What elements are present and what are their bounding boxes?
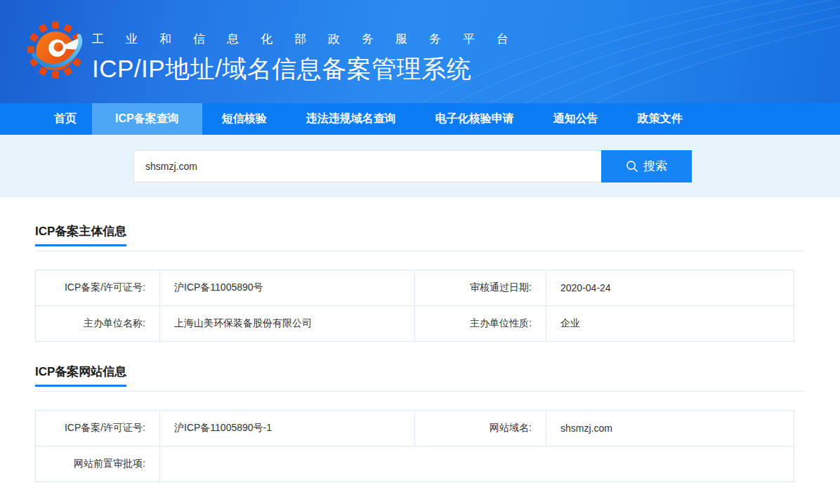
nav-item-notices[interactable]: 通知公告 (534, 103, 618, 135)
field-label: 网站前置审批项: (36, 446, 160, 482)
main-nav: 首页 ICP备案查询 短信核验 违法违规域名查询 电子化核验申请 通知公告 政策… (0, 103, 840, 135)
website-section-head: ICP备案网站信息 (35, 364, 805, 392)
field-label: ICP备案/许可证号: (36, 411, 160, 446)
nav-item-home[interactable]: 首页 (39, 103, 92, 135)
table-row: ICP备案/许可证号: 沪ICP备11005890号 审核通过日期: 2020-… (36, 270, 794, 306)
field-value (160, 446, 794, 482)
field-label: 主办单位性质: (415, 306, 546, 342)
website-section-title: ICP备案网站信息 (35, 364, 126, 387)
field-label: ICP备案/许可证号: (36, 270, 160, 306)
field-label: 审核通过日期: (415, 270, 546, 306)
table-row: ICP备案/许可证号: 沪ICP备11005890号-1 网站域名: shsmz… (36, 411, 794, 446)
system-title: ICP/IP地址/域名信息备案管理系统 (92, 53, 530, 86)
search-input[interactable] (133, 150, 601, 183)
nav-item-e-verify-apply[interactable]: 电子化核验申请 (416, 103, 534, 135)
field-label: 网站域名: (415, 411, 546, 446)
search-button[interactable]: 搜索 (601, 150, 692, 183)
miit-gear-e-logo-icon (27, 21, 84, 79)
nav-item-policy-files[interactable]: 政策文件 (618, 103, 702, 135)
subject-info-table: ICP备案/许可证号: 沪ICP备11005890号 审核通过日期: 2020-… (35, 270, 794, 342)
nav-item-sms-verify[interactable]: 短信核验 (202, 103, 287, 135)
magnifier-icon (626, 160, 638, 173)
header-banner: 工业和信息化部政务服务平台 ICP/IP地址/域名信息备案管理系统 (0, 0, 840, 103)
subject-section-head: ICP备案主体信息 (35, 223, 805, 251)
website-info-table: ICP备案/许可证号: 沪ICP备11005890号-1 网站域名: shsmz… (35, 410, 794, 482)
field-value: 沪ICP备11005890号-1 (160, 411, 415, 446)
nav-item-icp-query[interactable]: ICP备案查询 (92, 103, 202, 135)
platform-title: 工业和信息化部政务服务平台 (92, 31, 530, 47)
table-row: 主办单位名称: 上海山美环保装备股份有限公司 主办单位性质: 企业 (36, 306, 794, 342)
search-button-label: 搜索 (643, 158, 667, 174)
field-value: 2020-04-24 (546, 270, 794, 306)
field-value: 上海山美环保装备股份有限公司 (160, 306, 415, 342)
table-row: 网站前置审批项: (36, 446, 794, 482)
nav-item-illegal-domain-query[interactable]: 违法违规域名查询 (287, 103, 416, 135)
field-label: 主办单位名称: (36, 306, 160, 342)
search-section: 搜索 (0, 135, 840, 197)
field-value: 沪ICP备11005890号 (160, 270, 415, 306)
field-value: 企业 (546, 306, 794, 342)
subject-section-title: ICP备案主体信息 (35, 223, 126, 246)
field-value: shsmzj.com (546, 411, 794, 446)
